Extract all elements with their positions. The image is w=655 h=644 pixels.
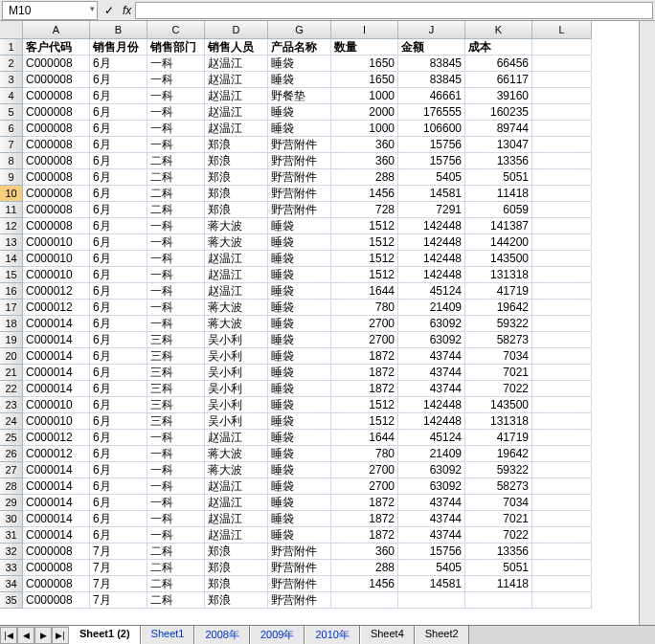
row-header-2[interactable]: 2: [0, 56, 23, 72]
cell-r9-c3[interactable]: 郑浪: [205, 169, 268, 186]
cell-r23-c7[interactable]: 143500: [465, 397, 532, 413]
cell-r4-L[interactable]: [532, 88, 592, 104]
cell-r32-c0[interactable]: C000008: [23, 544, 90, 560]
cell-r17-c2[interactable]: 一科: [147, 300, 205, 316]
cell-r22-c7[interactable]: 7022: [465, 381, 532, 397]
cell-r24-c2[interactable]: 三科: [147, 413, 205, 430]
cell-r5-c2[interactable]: 一科: [147, 104, 205, 121]
cell-r33-c0[interactable]: C000008: [23, 560, 90, 576]
cell-r2-c0[interactable]: C000008: [23, 56, 90, 72]
cell-r17-c0[interactable]: C000012: [23, 300, 90, 316]
cell-r13-c7[interactable]: 144200: [465, 234, 532, 251]
cell-r19-c6[interactable]: 63092: [398, 332, 465, 348]
cell-r14-c0[interactable]: C000010: [23, 251, 90, 267]
header-cell-0[interactable]: 客户代码: [23, 39, 90, 56]
cell-r9-c5[interactable]: 288: [331, 169, 398, 186]
cell-r35-c1[interactable]: 7月: [90, 592, 147, 609]
cell-r20-c1[interactable]: 6月: [90, 348, 147, 365]
cell-r2-c5[interactable]: 1650: [331, 56, 398, 72]
cell-r10-c0[interactable]: C000008: [23, 186, 90, 202]
cell-r5-c0[interactable]: C000008: [23, 104, 90, 121]
cell-r4-c2[interactable]: 一科: [147, 88, 205, 104]
cell-r3-c0[interactable]: C000008: [23, 72, 90, 88]
sheet-tab-0[interactable]: Sheet1 (2): [69, 626, 141, 644]
cell-r29-c6[interactable]: 43744: [398, 495, 465, 511]
row-header-15[interactable]: 15: [0, 267, 23, 283]
cell-r26-c0[interactable]: C000012: [23, 446, 90, 462]
cell-r22-c1[interactable]: 6月: [90, 381, 147, 397]
cell-r31-c7[interactable]: 7022: [465, 527, 532, 544]
cell-r30-c4[interactable]: 睡袋: [268, 511, 331, 527]
row-header-14[interactable]: 14: [0, 251, 23, 267]
spreadsheet-grid[interactable]: ABCDGIJKL1客户代码销售月份销售部门销售人员产品名称数量金额成本2C00…: [0, 21, 655, 609]
cell-r7-c2[interactable]: 一科: [147, 137, 205, 153]
cell-r7-c6[interactable]: 15756: [398, 137, 465, 153]
cell-r22-c2[interactable]: 三科: [147, 381, 205, 397]
cell-r18-c4[interactable]: 睡袋: [268, 316, 331, 332]
sheet-nav-3[interactable]: ▶|: [52, 627, 69, 644]
cell-r2-c1[interactable]: 6月: [90, 56, 147, 72]
cell-r5-c6[interactable]: 176555: [398, 104, 465, 121]
cell-r13-c6[interactable]: 142448: [398, 234, 465, 251]
row-header-34[interactable]: 34: [0, 576, 23, 592]
cell-r3-c4[interactable]: 睡袋: [268, 72, 331, 88]
row-header-35[interactable]: 35: [0, 592, 23, 609]
cell-r25-L[interactable]: [532, 430, 592, 446]
cell-r3-c7[interactable]: 66117: [465, 72, 532, 88]
cell-r14-c7[interactable]: 143500: [465, 251, 532, 267]
cell-r35-c2[interactable]: 二科: [147, 592, 205, 609]
cell-r22-L[interactable]: [532, 381, 592, 397]
cell-r34-c3[interactable]: 郑浪: [205, 576, 268, 592]
cell-r11-c5[interactable]: 728: [331, 202, 398, 218]
row-header-20[interactable]: 20: [0, 348, 23, 365]
cell-r8-L[interactable]: [532, 153, 592, 169]
select-all-corner[interactable]: [0, 21, 23, 39]
row-header-28[interactable]: 28: [0, 478, 23, 495]
cell-r3-c6[interactable]: 83845: [398, 72, 465, 88]
cell-r30-c2[interactable]: 一科: [147, 511, 205, 527]
col-header-K[interactable]: K: [465, 21, 532, 39]
cell-r25-c7[interactable]: 41719: [465, 430, 532, 446]
row-header-7[interactable]: 7: [0, 137, 23, 153]
cell-r31-c1[interactable]: 6月: [90, 527, 147, 544]
cell-r15-c3[interactable]: 赵温江: [205, 267, 268, 283]
cell-r33-c3[interactable]: 郑浪: [205, 560, 268, 576]
cell-r19-c1[interactable]: 6月: [90, 332, 147, 348]
cell-r20-c5[interactable]: 1872: [331, 348, 398, 365]
cell-r29-L[interactable]: [532, 495, 592, 511]
cell-r18-L[interactable]: [532, 316, 592, 332]
cell-r27-c3[interactable]: 蒋大波: [205, 462, 268, 478]
col-header-A[interactable]: A: [23, 21, 90, 39]
cell-r23-L[interactable]: [532, 397, 592, 413]
cell-r8-c0[interactable]: C000008: [23, 153, 90, 169]
cell-r30-L[interactable]: [532, 511, 592, 527]
cell-r19-c4[interactable]: 睡袋: [268, 332, 331, 348]
cell-r25-c3[interactable]: 赵温江: [205, 430, 268, 446]
cell-r13-L[interactable]: [532, 234, 592, 251]
cell-r26-c4[interactable]: 睡袋: [268, 446, 331, 462]
cell-r33-c6[interactable]: 5405: [398, 560, 465, 576]
cell-r31-c2[interactable]: 一科: [147, 527, 205, 544]
cell-r25-c0[interactable]: C000012: [23, 430, 90, 446]
cell-r2-c4[interactable]: 睡袋: [268, 56, 331, 72]
cell-r31-c4[interactable]: 睡袋: [268, 527, 331, 544]
row-header-21[interactable]: 21: [0, 365, 23, 381]
cell-r16-c1[interactable]: 6月: [90, 283, 147, 300]
cell-r35-c3[interactable]: 郑浪: [205, 592, 268, 609]
row-header-22[interactable]: 22: [0, 381, 23, 397]
cell-r24-c1[interactable]: 6月: [90, 413, 147, 430]
cell-r7-c5[interactable]: 360: [331, 137, 398, 153]
cell-r26-c3[interactable]: 蒋大波: [205, 446, 268, 462]
row-header-10[interactable]: 10: [0, 186, 23, 202]
cell-r6-c0[interactable]: C000008: [23, 121, 90, 137]
cell-r6-c2[interactable]: 一科: [147, 121, 205, 137]
row-header-19[interactable]: 19: [0, 332, 23, 348]
cell-r6-c7[interactable]: 89744: [465, 121, 532, 137]
row-header-8[interactable]: 8: [0, 153, 23, 169]
cell-r24-c4[interactable]: 睡袋: [268, 413, 331, 430]
row-header-12[interactable]: 12: [0, 218, 23, 234]
col-header-D[interactable]: D: [205, 21, 268, 39]
cell-r12-c7[interactable]: 141387: [465, 218, 532, 234]
cell-r28-L[interactable]: [532, 478, 592, 495]
cell-r17-c7[interactable]: 19642: [465, 300, 532, 316]
